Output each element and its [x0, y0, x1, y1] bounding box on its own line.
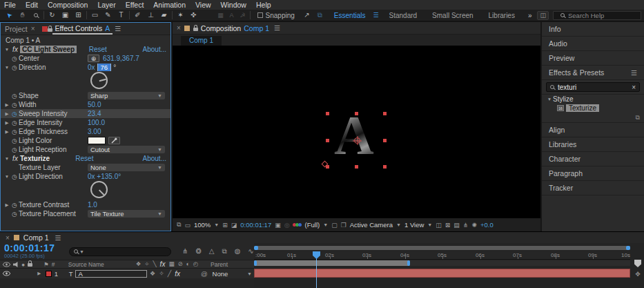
brush-tool-icon[interactable]: ✐	[131, 10, 144, 21]
panel-effects-presets[interactable]: Effects & Presets ☰	[542, 66, 644, 80]
mini-flowchart-icon[interactable]: ⋔	[182, 247, 188, 256]
reset-link[interactable]: Reset	[89, 46, 107, 53]
selection-handle[interactable]	[383, 139, 387, 142]
effects-group-stylize[interactable]: ▼ Stylize	[542, 95, 644, 104]
draft-3d-icon[interactable]: ❂	[195, 247, 201, 256]
workspace-small-screen[interactable]: Small Screen	[432, 12, 473, 19]
parent-dropdown[interactable]: None ▼	[211, 270, 254, 278]
panel-menu-icon[interactable]: ☰	[631, 69, 637, 77]
stopwatch-icon[interactable]: ◷	[10, 211, 19, 218]
selection-handle[interactable]	[326, 112, 329, 115]
stopwatch-icon[interactable]: ◷	[10, 93, 19, 99]
snap-grid-icon[interactable]: ⧉	[313, 10, 326, 21]
panel-audio[interactable]: Audio	[542, 37, 644, 51]
panel-tracker[interactable]: Tracker	[542, 181, 644, 195]
fx-switch-icon[interactable]: fx	[175, 270, 180, 278]
clear-search-icon[interactable]: ×	[632, 84, 636, 91]
quality-switch-icon[interactable]: ╱	[168, 270, 171, 278]
menu-window[interactable]: Window	[221, 0, 246, 10]
layer-name-field[interactable]: A	[75, 270, 147, 278]
panel-menu-icon[interactable]: ☰	[115, 25, 121, 32]
anchor-point-icon[interactable]	[354, 137, 360, 144]
menu-layer[interactable]: Layer	[97, 0, 115, 10]
direction-dial[interactable]	[90, 72, 108, 89]
collapse-arrow-icon[interactable]: ▼	[3, 47, 10, 52]
exposure-value[interactable]: +0.0	[480, 221, 494, 229]
snapshot-camera-icon[interactable]: ▣	[275, 222, 281, 229]
menu-edit[interactable]: Edit	[26, 0, 38, 10]
selection-handle[interactable]	[355, 112, 358, 115]
reset-link[interactable]: Reset	[75, 155, 93, 162]
eyedropper-icon[interactable]	[108, 137, 120, 144]
selection-handle[interactable]	[383, 112, 387, 115]
time-navigator[interactable]	[254, 246, 630, 250]
expand-arrow-icon[interactable]: ▶	[3, 102, 10, 108]
flowchart-icon[interactable]: ⋔	[463, 222, 469, 229]
close-icon[interactable]: ×	[177, 24, 181, 32]
workspace-standard[interactable]: Standard	[389, 12, 418, 19]
lock-icon[interactable]	[48, 28, 52, 32]
panel-info[interactable]: Info	[542, 22, 644, 37]
stopwatch-icon[interactable]: ◷	[10, 202, 19, 209]
direction-prefix[interactable]: 0x	[88, 64, 95, 71]
stopwatch-keyframed-icon[interactable]: ◷	[10, 111, 19, 117]
expand-arrow-icon[interactable]: ▶	[3, 202, 10, 208]
resolution-select[interactable]: (Full)	[305, 221, 320, 229]
mask-visibility-icon[interactable]: ❐	[341, 222, 347, 229]
parent-pickwhip-icon[interactable]: @	[201, 270, 208, 278]
layer-duration-bar[interactable]	[254, 269, 630, 278]
viewer-timecode[interactable]: 0:00:01:17	[240, 221, 271, 229]
lock-icon[interactable]	[193, 28, 198, 31]
menu-view[interactable]: View	[195, 0, 211, 10]
new-preset-icon[interactable]: ⧉	[636, 114, 640, 122]
active-camera-select[interactable]: Active Camera	[350, 221, 393, 229]
close-icon[interactable]: ×	[6, 234, 10, 242]
reset-exposure-icon[interactable]: ✺	[471, 222, 477, 229]
tab-composition[interactable]: Composition Comp 1	[198, 22, 272, 34]
texture-contrast-value[interactable]: 1.0	[88, 201, 97, 209]
workspace-libraries[interactable]: Libraries	[489, 12, 515, 19]
stopwatch-icon[interactable]: ◷	[10, 137, 19, 144]
panel-libraries[interactable]: Libraries	[542, 137, 644, 152]
light-direction-dial[interactable]	[90, 181, 108, 198]
selection-handle[interactable]	[355, 165, 358, 169]
composition-viewer[interactable]: A	[173, 46, 540, 218]
pen-tool-icon[interactable]: ✎	[101, 10, 115, 21]
roi-icon[interactable]: ⊞	[222, 222, 228, 229]
workspace-overflow-icon[interactable]: »	[528, 12, 532, 19]
always-preview-icon[interactable]: ⧉	[177, 221, 181, 229]
comp-letter[interactable]: A	[334, 108, 374, 163]
expand-arrow-icon[interactable]: ▶	[3, 120, 10, 126]
parent-column[interactable]: Parent	[211, 261, 228, 268]
effect-point-button[interactable]: ⊕	[88, 55, 99, 62]
pan-behind-tool-icon[interactable]: ⊞	[72, 10, 85, 21]
selection-handle[interactable]	[326, 139, 329, 142]
comp-tab[interactable]: Comp 1	[181, 36, 222, 46]
stopwatch-icon[interactable]: ◷	[10, 102, 19, 108]
layer-row-1[interactable]: ▶ 1 T A ❖ ✧ ╱ fx @ None ▼	[0, 269, 254, 278]
panel-align[interactable]: Align	[542, 123, 644, 137]
magnification-monitor-icon[interactable]: ▭	[184, 222, 191, 229]
edge-intensity-value[interactable]: 100.0	[88, 119, 105, 126]
roto-brush-tool-icon[interactable]: ✶	[174, 10, 187, 21]
workspace-menu-icon[interactable]: ☰	[373, 12, 378, 19]
collapse-arrow-icon[interactable]: ▼	[546, 97, 553, 102]
transparency-grid-icon[interactable]: ◪	[231, 222, 237, 229]
panel-menu-icon[interactable]: ☰	[274, 24, 280, 32]
panel-character[interactable]: Character	[542, 152, 644, 166]
show-channels-icon[interactable]	[293, 223, 302, 227]
stopwatch-icon[interactable]: ◷	[10, 64, 19, 71]
chevron-down-icon[interactable]: ▼	[214, 222, 219, 227]
texture-layer-dropdown[interactable]: None▼	[88, 164, 165, 171]
menu-composition[interactable]: Composition	[48, 0, 88, 10]
pixel-aspect-icon[interactable]: ◫	[436, 222, 442, 229]
light-color-swatch[interactable]	[88, 137, 106, 144]
graph-editor-icon[interactable]: ∿	[248, 247, 253, 256]
timeline-button-icon[interactable]: ▤	[453, 222, 460, 229]
menu-help[interactable]: Help	[256, 0, 271, 10]
light-reception-dropdown[interactable]: Cutout▼	[88, 146, 165, 153]
hide-shy-layers-icon[interactable]: △	[209, 247, 215, 256]
menu-animation[interactable]: Animation	[153, 0, 186, 10]
edge-thickness-value[interactable]: 3.00	[88, 128, 101, 135]
snap-options-icon[interactable]: ↗	[300, 10, 313, 21]
